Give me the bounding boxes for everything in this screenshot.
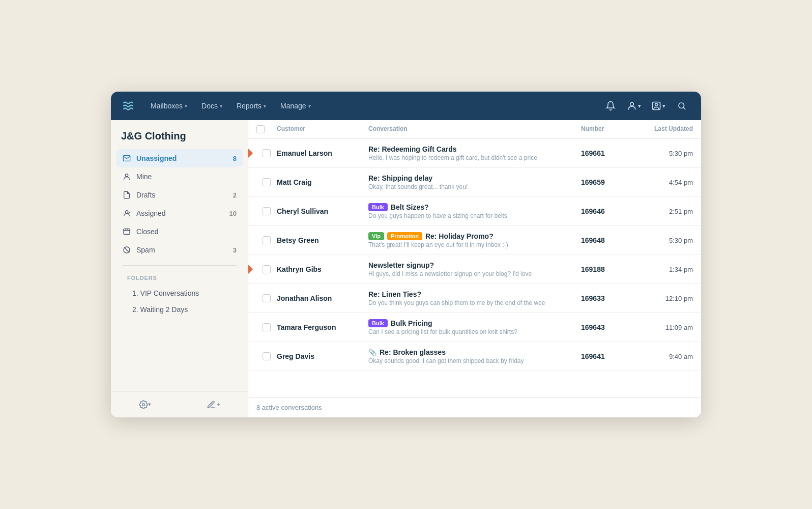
conv-subject: 📎 Re: Broken glasses <box>368 348 573 356</box>
spam-count: 3 <box>233 246 237 254</box>
sidebar-item-closed[interactable]: Closed <box>116 222 243 241</box>
row-checkbox[interactable] <box>256 265 277 273</box>
select-all-checkbox[interactable] <box>256 125 265 133</box>
body: J&G Clothing Unassigned 8 <box>111 120 701 417</box>
col-last-updated: Last Updated <box>632 125 693 133</box>
svg-point-0 <box>630 102 634 106</box>
promotion-tag: Promotion <box>387 232 422 240</box>
notifications-button[interactable] <box>601 97 620 115</box>
chevron-down-icon: ▾ <box>264 103 266 109</box>
svg-point-4 <box>125 174 128 177</box>
sidebar-item-label: Closed <box>136 228 237 236</box>
search-button[interactable] <box>673 97 691 115</box>
sidebar-item-unassigned[interactable]: Unassigned 8 <box>116 149 243 167</box>
customer-name: Greg Davis <box>277 352 368 360</box>
table-row[interactable]: Matt Craig Re: Shipping delay Okay, that… <box>248 168 701 197</box>
table-row[interactable]: Jonathan Alison Re: Linen Ties? Do you t… <box>248 284 701 313</box>
closed-icon <box>122 227 131 236</box>
vip-tag: Vip <box>368 232 384 240</box>
chevron-down-icon: ▾ <box>185 103 187 109</box>
nav-mailboxes[interactable]: Mailboxes ▾ <box>144 99 193 113</box>
sidebar-item-drafts[interactable]: Drafts 2 <box>116 186 243 204</box>
table-row[interactable]: Betsy Green Vip Promotion Re: Holiday Pr… <box>248 226 701 255</box>
table-row[interactable]: Greg Davis 📎 Re: Broken glasses Okay sou… <box>248 342 701 371</box>
settings-button[interactable]: ▾ <box>111 391 180 417</box>
nav-docs[interactable]: Docs ▾ <box>195 99 228 113</box>
drafts-icon <box>122 190 131 200</box>
plus-icon: + <box>216 401 221 408</box>
col-checkbox <box>256 125 277 133</box>
table-header: Customer Conversation Number Last Update… <box>248 120 701 139</box>
sidebar: J&G Clothing Unassigned 8 <box>111 120 248 417</box>
table-row[interactable]: Cheryl Sullivan Bulk Belt Sizes? Do you … <box>248 197 701 226</box>
conversation-info: 📎 Re: Broken glasses Okay sounds good. I… <box>368 348 581 364</box>
compose-button[interactable]: + <box>180 391 248 417</box>
conversations-list: Emanuel Larson Re: Redeeming Gift Cards … <box>248 139 701 397</box>
row-checkbox[interactable] <box>256 207 277 215</box>
conv-number: 169633 <box>581 294 632 302</box>
row-checkbox[interactable] <box>256 323 277 331</box>
row-checkbox[interactable] <box>256 149 277 157</box>
agent-selector[interactable]: ▾ <box>624 99 644 113</box>
nav-manage[interactable]: Manage ▾ <box>274 99 317 113</box>
chevron-down-icon: ▾ <box>638 103 641 109</box>
user-profile[interactable]: ▾ <box>648 99 669 113</box>
sidebar-footer: ▾ + <box>111 391 248 417</box>
conv-preview: Okay sounds good. I can get them shipped… <box>368 357 573 364</box>
drafts-count: 2 <box>233 191 237 199</box>
conversation-info: Newsletter signup? Hi guys, did I miss a… <box>368 261 581 277</box>
header-actions: ▾ ▾ <box>601 97 691 115</box>
nav-items: Mailboxes ▾ Docs ▾ Reports ▾ Manage ▾ <box>144 99 601 113</box>
conv-preview: Can I see a pricing list for bulk quanti… <box>368 328 573 335</box>
row-checkbox[interactable] <box>256 294 277 302</box>
app-container: Mailboxes ▾ Docs ▾ Reports ▾ Manage ▾ <box>111 92 701 417</box>
sidebar-item-assigned[interactable]: Assigned 10 <box>116 204 243 222</box>
table-row[interactable]: Emanuel Larson Re: Redeeming Gift Cards … <box>248 139 701 168</box>
conversation-info: Re: Linen Ties? Do you think you guys ca… <box>368 290 581 306</box>
row-checkbox[interactable] <box>256 352 277 360</box>
main-content: Customer Conversation Number Last Update… <box>248 120 701 417</box>
chevron-down-icon: ▾ <box>148 401 151 408</box>
sidebar-item-label: Mine <box>136 173 237 181</box>
conv-time: 4:54 pm <box>632 179 693 186</box>
sidebar-item-label: Spam <box>136 246 228 254</box>
conversation-info: Bulk Bulk Pricing Can I see a pricing li… <box>368 319 581 335</box>
sidebar-nav: Unassigned 8 Mine <box>111 149 248 391</box>
nav-reports[interactable]: Reports ▾ <box>230 99 272 113</box>
sidebar-item-spam[interactable]: Spam 3 <box>116 241 243 259</box>
conv-preview: Hi guys, did I miss a newsletter signup … <box>368 270 573 277</box>
table-row[interactable]: Tamara Ferguson Bulk Bulk Pricing Can I … <box>248 313 701 342</box>
mailbox-title: J&G Clothing <box>111 120 248 149</box>
conversation-info: Vip Promotion Re: Holiday Promo? That's … <box>368 232 581 248</box>
conv-time: 1:34 pm <box>632 266 693 273</box>
conv-preview: Do you think you guys can ship them to m… <box>368 299 573 306</box>
table-footer: 8 active conversations <box>248 397 701 417</box>
row-checkbox[interactable] <box>256 178 277 186</box>
sidebar-item-mine[interactable]: Mine <box>116 167 243 186</box>
conv-preview: Do you guys happen to have a sizing char… <box>368 212 573 219</box>
customer-name: Matt Craig <box>277 178 368 186</box>
chevron-down-icon: ▾ <box>220 103 222 109</box>
conversation-info: Re: Redeeming Gift Cards Hello, I was ho… <box>368 145 581 161</box>
conv-number: 169661 <box>581 149 632 157</box>
bulk-tag: Bulk <box>368 319 388 327</box>
sidebar-item-label: Drafts <box>136 191 228 199</box>
table-row[interactable]: Kathryn Gibs Newsletter signup? Hi guys,… <box>248 255 701 284</box>
conv-subject: Newsletter signup? <box>368 261 573 269</box>
svg-point-2 <box>655 103 658 106</box>
folders-header: FOLDERS <box>116 272 243 285</box>
conv-time: 5:30 pm <box>632 150 693 157</box>
conv-subject: Re: Shipping delay <box>368 174 573 182</box>
folder-vip-conversations[interactable]: 1. VIP Conversations <box>121 285 238 301</box>
assigned-count: 10 <box>229 210 237 217</box>
svg-point-5 <box>125 211 128 213</box>
conv-time: 12:10 pm <box>632 295 693 302</box>
folder-waiting-days[interactable]: 2. Waiting 2 Days <box>121 301 238 318</box>
col-customer: Customer <box>277 125 368 133</box>
customer-name: Tamara Ferguson <box>277 323 368 331</box>
customer-name: Jonathan Alison <box>277 294 368 302</box>
conv-subject: Re: Redeeming Gift Cards <box>368 145 573 153</box>
row-checkbox[interactable] <box>256 236 277 244</box>
col-number: Number <box>581 125 632 133</box>
conv-time: 11:09 am <box>632 324 693 331</box>
